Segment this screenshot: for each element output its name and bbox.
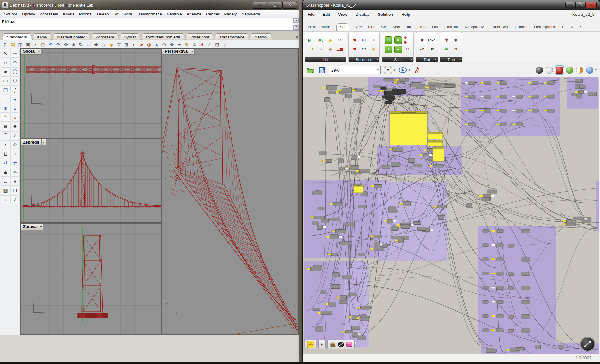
tool-offset-icon[interactable]: ≋ xyxy=(10,150,20,158)
viewport-top[interactable]: Shora ▾ yx xyxy=(21,48,161,138)
graft-tree-icon[interactable]: ✺ xyxy=(452,36,460,44)
zoom-level-select[interactable]: 29%▾ xyxy=(329,66,381,74)
toolbar-tab-viditelnost[interactable]: Viditelnost xyxy=(185,33,214,40)
key-value-icon[interactable]: ∷ xyxy=(403,45,411,53)
display-green-icon[interactable] xyxy=(566,67,573,74)
menu-zobrazen[interactable]: Zobrazení xyxy=(40,12,58,16)
random-icon[interactable]: ≈ xyxy=(369,36,378,44)
viewport-menu-caret-icon[interactable]: ▾ xyxy=(39,224,44,230)
tool-sphere-icon[interactable]: ● xyxy=(10,95,20,103)
dispatch-icon[interactable]: ◆ xyxy=(326,36,334,44)
sort-list-icon[interactable]: A↓ xyxy=(317,36,325,44)
tool-loft-icon[interactable]: ≡ xyxy=(10,113,20,122)
menu-plocha[interactable]: Plocha xyxy=(79,12,92,16)
display-wireframe-icon[interactable] xyxy=(546,67,553,74)
minimize-button[interactable]: — xyxy=(253,2,267,9)
palette-group-label[interactable]: Sequence▾ xyxy=(349,57,379,62)
gh-tab-dis[interactable]: Dis xyxy=(432,24,438,31)
open-file-icon[interactable] xyxy=(306,66,315,74)
tool-mirror-icon[interactable]: ⇄ xyxy=(10,159,20,167)
tool-rectangle-icon[interactable]: ▭ xyxy=(1,76,10,85)
preview-eye-icon[interactable] xyxy=(398,66,407,74)
display-blue-icon[interactable] xyxy=(586,67,593,74)
tool-ellipse-icon[interactable]: ◯ xyxy=(10,67,20,76)
sketch-tool-icon[interactable] xyxy=(305,340,316,349)
tool-chamfer-icon[interactable]: ∠ xyxy=(10,131,20,140)
gh-tab-k[interactable]: K xyxy=(570,24,574,31)
tool-extrude-icon[interactable]: ⇧ xyxy=(1,113,10,122)
toolbar-overflow-chevron[interactable]: » xyxy=(296,34,298,39)
tool-point-icon[interactable]: ✛ xyxy=(10,49,20,58)
gh-tab-lunchbox[interactable]: LunchBox xyxy=(490,24,509,31)
maximize-button[interactable]: ▢ xyxy=(575,2,585,8)
tool-arc-icon[interactable]: ◠ xyxy=(10,58,20,67)
viewport-menu-caret-icon[interactable]: ▾ xyxy=(190,49,195,55)
list-item-icon[interactable]: N→ xyxy=(307,36,315,44)
gh-tab-elefront[interactable]: Elefront xyxy=(444,24,459,31)
add-group-button[interactable]: + xyxy=(318,340,326,349)
viewport-front[interactable]: Zepředu ▾ zx xyxy=(21,139,161,223)
menu-pravy[interactable]: Úpravy xyxy=(22,12,35,16)
cull-pattern-icon[interactable]: ✖ xyxy=(350,36,359,44)
gh-tab-math[interactable]: Math xyxy=(321,24,331,31)
tool-dimension-icon[interactable]: ↔ xyxy=(1,177,10,186)
member-index-icon[interactable]: ☻☻ xyxy=(403,36,411,44)
tool-surface-icon[interactable]: ▤ xyxy=(1,85,10,94)
shift-list-icon[interactable]: ◆ xyxy=(326,45,334,53)
tool-trim-icon[interactable]: ✂ xyxy=(1,140,10,149)
sequence-icon[interactable]: 012 xyxy=(360,45,368,53)
tool-sweep-icon[interactable]: ∫ xyxy=(10,85,20,94)
gh-tab-int[interactable]: Int xyxy=(406,24,412,31)
menu-n-stroje[interactable]: Nástroje xyxy=(167,12,182,16)
wire-link-tool-icon[interactable] xyxy=(338,341,344,348)
gh-tab-vec[interactable]: Vec xyxy=(354,24,362,31)
grasshopper-titlebar[interactable]: Grasshopper - Koala_v2_5* — ▢ ✕ xyxy=(303,0,600,10)
cull-index-icon[interactable]: ✖ xyxy=(350,45,359,53)
gh-tab-t[interactable]: T xyxy=(561,24,565,31)
gh-tab-human[interactable]: Human xyxy=(514,24,528,31)
menu-render[interactable]: Render xyxy=(206,12,220,16)
create-set-icon[interactable]: {•} xyxy=(385,36,392,44)
set-intersection-icon[interactable]: ✕ xyxy=(394,36,402,44)
list-length-icon[interactable]: →L xyxy=(307,45,315,53)
rhino-command-area[interactable]: Příkaz: ▲ ▼ xyxy=(0,18,299,31)
viewport-right-label[interactable]: Zprava ▾ xyxy=(21,224,43,230)
tool-fillet-icon[interactable]: ⌒ xyxy=(1,131,10,140)
menu-soubor[interactable]: Soubor xyxy=(4,12,17,16)
tool-hatch-icon[interactable]: ▦ xyxy=(1,186,10,195)
palette-group-label[interactable]: Sets▾ xyxy=(382,57,413,62)
palette-group-label[interactable]: Tree▾ xyxy=(440,57,462,62)
canvas-navigator[interactable] xyxy=(580,337,595,352)
scroll-down-icon[interactable]: ▼ xyxy=(293,25,299,30)
caret-down-icon[interactable]: ▾ xyxy=(595,68,597,72)
toolbar-tab-n-stroj[interactable]: Nástroj xyxy=(250,33,272,40)
tool-curve-icon[interactable]: ≈ xyxy=(1,67,10,76)
close-button[interactable]: ✕ xyxy=(585,2,597,8)
gh-tab-set[interactable]: Set xyxy=(336,23,349,31)
tool-box-icon[interactable]: ◻ xyxy=(1,95,10,103)
display-shaded-icon[interactable] xyxy=(556,67,563,74)
gh-tab-trns[interactable]: Trns xyxy=(417,24,426,31)
viewport-right[interactable]: Zprava ▾ zy xyxy=(21,224,161,334)
display-halftone-icon[interactable] xyxy=(576,67,583,74)
tool-check-icon[interactable]: ✔ xyxy=(10,195,20,204)
gh-tab-heteroptera[interactable]: Heteroptera xyxy=(533,24,556,31)
save-icon[interactable] xyxy=(317,66,326,74)
toolbar-tab-standardn[interactable]: Standardní xyxy=(2,33,32,40)
tool-hide-icon[interactable]: ◌ xyxy=(1,195,10,204)
close-button[interactable]: ✕ xyxy=(282,2,297,9)
gh-menu-edit[interactable]: Edit xyxy=(323,12,330,17)
tool-array-icon[interactable]: ⊞ xyxy=(1,168,10,177)
simplify-tree-icon[interactable]: ❀ xyxy=(442,45,450,53)
toolbar-tab-transformace[interactable]: Transformace xyxy=(215,33,249,40)
jitter-icon[interactable]: ▣ xyxy=(369,45,378,53)
menu-k-ta[interactable]: Kóta xyxy=(124,12,132,16)
menu-n-pov-da[interactable]: Nápověda xyxy=(241,12,260,16)
viewport-perspective[interactable]: Perspektiva ▾ yx xyxy=(162,48,299,334)
minimize-button[interactable]: — xyxy=(565,2,575,8)
cluster-tool-icon[interactable] xyxy=(346,341,352,348)
menu-t-leso[interactable]: Těleso xyxy=(97,12,109,16)
partition-list-icon[interactable]: ½ xyxy=(317,45,325,53)
item-histogram-icon[interactable]: ▂▆ xyxy=(336,45,344,53)
toolbar-tab-nastavit-pohled[interactable]: Nastavit pohled xyxy=(52,33,90,40)
